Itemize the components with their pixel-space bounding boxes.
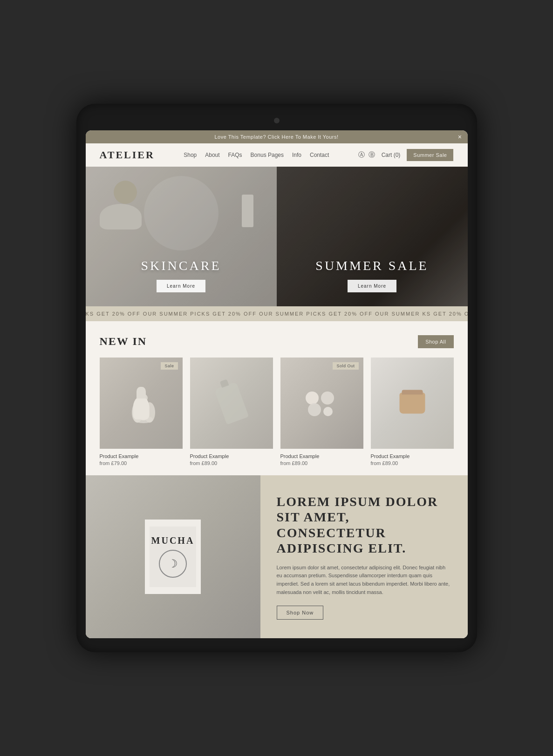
hero-left: SKINCARE Learn More: [86, 167, 277, 306]
svg-point-4: [144, 402, 155, 423]
hero-right-button[interactable]: Learn More: [348, 280, 396, 292]
device-screen: Love This Template? Click Here To Make I…: [86, 130, 468, 639]
product-card-3[interactable]: Sold Out Product Example from £89.00: [280, 358, 363, 466]
pads-icon: [306, 392, 338, 415]
bottom-heading: LOREM IPSUM DOLOR SIT AMET, CONSECTETUR …: [277, 494, 451, 556]
top-banner-text: Love This Template? Click Here To Make I…: [214, 134, 338, 140]
product-image-4: [371, 358, 454, 449]
shop-now-button[interactable]: Shop Now: [277, 606, 324, 620]
product-price-1: from £79.00: [100, 460, 183, 466]
hero-left-button[interactable]: Learn More: [157, 280, 205, 292]
hero-section: SKINCARE Learn More SUMMER SALE Learn Mo…: [86, 167, 468, 306]
bottle-icon: [214, 381, 248, 424]
product-name-4: Product Example: [371, 453, 454, 459]
vase-icon: [127, 387, 155, 419]
nav-link-info[interactable]: Info: [292, 152, 301, 158]
nav-link-bonus-pages[interactable]: Bonus Pages: [251, 152, 284, 158]
product-price-4: from £89.00: [371, 460, 454, 466]
instagram-icon[interactable]: Ⓐ: [358, 151, 365, 159]
ticker-bar: KS GET 20% OFF OUR SUMMER PICKS GET 20% …: [86, 306, 468, 321]
social-icons: Ⓐ Ⓑ: [358, 151, 375, 159]
cart-button[interactable]: Cart (0): [382, 152, 401, 158]
hero-right-title: SUMMER SALE: [315, 258, 428, 273]
bottom-right: LOREM IPSUM DOLOR SIT AMET, CONSECTETUR …: [260, 475, 468, 639]
jar-icon: [399, 392, 425, 413]
front-camera-icon: [274, 118, 280, 123]
hero-left-title: SKINCARE: [141, 258, 221, 273]
product-image-3: Sold Out: [280, 358, 363, 449]
hero-right: SUMMER SALE Learn More: [277, 167, 468, 306]
bottom-section: MUCHA ☽ LOREM IPSUM DOLOR SIT AMET, CONS…: [86, 475, 468, 639]
product-badge-1: Sale: [161, 362, 178, 370]
nav-links: Shop About FAQs Bonus Pages Info Contact: [184, 152, 329, 158]
section-header: NEW IN Shop All: [100, 335, 454, 348]
product-price-2: from £89.00: [190, 460, 273, 466]
hero-left-content: SKINCARE Learn More: [141, 258, 221, 292]
product-card-1[interactable]: Sale Product Example from £7: [100, 358, 183, 466]
product-card-4[interactable]: Product Example from £89.00: [371, 358, 454, 466]
nav-link-faqs[interactable]: FAQs: [228, 152, 242, 158]
nav-link-shop[interactable]: Shop: [184, 152, 197, 158]
book-illustration: ☽: [159, 550, 187, 578]
navbar: ATELIER Shop About FAQs Bonus Pages Info…: [86, 143, 468, 167]
product-name-3: Product Example: [280, 453, 363, 459]
svg-rect-1: [137, 401, 150, 420]
product-name-2: Product Example: [190, 453, 273, 459]
book-title: MUCHA: [151, 535, 195, 546]
navbar-right: Ⓐ Ⓑ Cart (0) Summer Sale: [358, 149, 454, 161]
product-price-3: from £89.00: [280, 460, 363, 466]
site-logo[interactable]: ATELIER: [100, 149, 155, 161]
products-grid: Sale Product Example from £7: [100, 358, 454, 466]
product-image-1: Sale: [100, 358, 183, 449]
nav-link-about[interactable]: About: [205, 152, 219, 158]
close-icon[interactable]: ×: [458, 133, 462, 141]
svg-point-3: [132, 402, 143, 423]
product-badge-3: Sold Out: [333, 362, 358, 370]
top-banner[interactable]: Love This Template? Click Here To Make I…: [86, 130, 468, 143]
summer-sale-button[interactable]: Summer Sale: [407, 149, 453, 161]
product-image-2: [190, 358, 273, 449]
svg-rect-2: [139, 394, 148, 402]
shop-all-button[interactable]: Shop All: [418, 335, 453, 348]
device-frame: Love This Template? Click Here To Make I…: [76, 104, 477, 653]
pinterest-icon[interactable]: Ⓑ: [369, 151, 375, 159]
book-visual: MUCHA ☽: [145, 520, 201, 594]
hero-right-content: SUMMER SALE Learn More: [315, 258, 428, 292]
product-name-1: Product Example: [100, 453, 183, 459]
bottom-body-text: Lorem ipsum dolor sit amet, consectetur …: [277, 564, 451, 596]
nav-link-contact[interactable]: Contact: [310, 152, 329, 158]
section-title: NEW IN: [100, 335, 147, 348]
product-card-2[interactable]: Product Example from £89.00: [190, 358, 273, 466]
book-inner: MUCHA ☽: [150, 526, 196, 587]
new-in-section: NEW IN Shop All Sale: [86, 321, 468, 475]
ticker-text: KS GET 20% OFF OUR SUMMER PICKS GET 20% …: [86, 311, 468, 317]
bottom-left: MUCHA ☽: [86, 475, 260, 639]
